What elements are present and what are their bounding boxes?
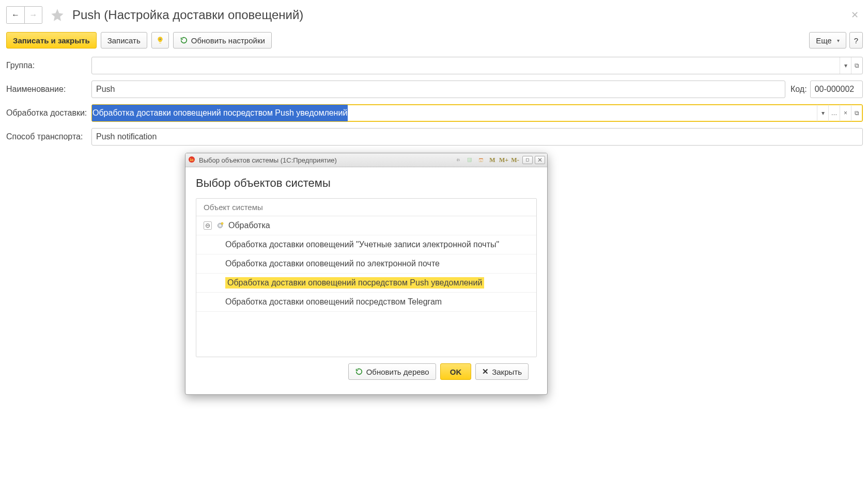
svg-rect-4 bbox=[458, 158, 459, 159]
save-button[interactable]: Записать bbox=[101, 32, 147, 49]
dialog-toolbar-m-button[interactable]: M bbox=[487, 155, 498, 165]
header-row: ← → Push (Настройка доставки оповещений)… bbox=[6, 5, 863, 25]
refresh-icon bbox=[180, 36, 188, 44]
transport-label: Способ транспорта: bbox=[6, 132, 91, 141]
dialog-toolbar-grid-icon[interactable] bbox=[464, 155, 475, 165]
name-input-field[interactable] bbox=[92, 81, 785, 98]
nav-buttons: ← → bbox=[6, 6, 42, 24]
more-label: Еще bbox=[816, 36, 832, 45]
tree-child-label: Обработка доставки оповещений "Учетные з… bbox=[225, 240, 499, 249]
chevron-down-icon: ▾ bbox=[837, 38, 840, 43]
tree-child-label: Обработка доставки оповещений посредство… bbox=[225, 277, 484, 289]
code-value[interactable]: 00-000002 bbox=[810, 81, 863, 98]
handler-open-button[interactable]: ⧉ bbox=[851, 105, 862, 121]
dialog-toolbar-mplus-button[interactable]: M+ bbox=[499, 155, 509, 165]
refresh-tree-label: Обновить дерево bbox=[366, 367, 429, 376]
group-dropdown-button[interactable]: ▾ bbox=[840, 57, 851, 74]
tree-parent-label: Обработка bbox=[228, 221, 270, 230]
more-button[interactable]: Еще ▾ bbox=[809, 32, 846, 49]
handler-value: Обработка доставки оповещений посредство… bbox=[92, 105, 348, 121]
svg-text:31: 31 bbox=[480, 159, 483, 162]
tree-collapse-icon[interactable]: ⊖ bbox=[204, 221, 212, 230]
svg-point-16 bbox=[219, 225, 221, 226]
handler-dropdown-button[interactable]: ▾ bbox=[817, 105, 828, 121]
favorite-star-button[interactable] bbox=[47, 5, 68, 25]
close-page-button[interactable]: ✕ bbox=[847, 7, 863, 23]
processor-icon bbox=[216, 221, 224, 230]
tree-row-parent[interactable]: ⊖ Обработка bbox=[196, 216, 536, 235]
transport-value: Push notification bbox=[92, 129, 862, 145]
handler-label: Обработка доставки: bbox=[6, 108, 91, 118]
svg-rect-6 bbox=[468, 158, 472, 162]
choose-object-dialog: 1c Выбор объектов системы (1С:Предприяти… bbox=[185, 153, 548, 395]
tree-row[interactable]: Обработка доставки оповещений "Учетные з… bbox=[196, 235, 536, 254]
transport-input[interactable]: Push notification bbox=[91, 128, 863, 146]
name-input[interactable] bbox=[91, 81, 785, 98]
save-and-close-button[interactable]: Записать и закрыть bbox=[6, 32, 97, 49]
page-title: Push (Настройка доставки оповещений) bbox=[72, 8, 303, 22]
ok-button[interactable]: OK bbox=[440, 363, 472, 380]
star-icon bbox=[50, 8, 65, 22]
handler-clear-button[interactable]: × bbox=[840, 105, 851, 121]
name-label: Наименование: bbox=[6, 85, 91, 94]
refresh-settings-label: Обновить настройки bbox=[191, 36, 265, 45]
refresh-icon bbox=[355, 367, 363, 376]
close-dialog-label: Закрыть bbox=[492, 367, 522, 376]
forward-button[interactable]: → bbox=[24, 7, 42, 23]
close-dialog-button[interactable]: ✕ Закрыть bbox=[475, 363, 529, 380]
dialog-heading: Выбор объектов системы bbox=[196, 177, 537, 190]
tree-child-label: Обработка доставки оповещений по электро… bbox=[225, 259, 440, 268]
app-logo-icon: 1c bbox=[188, 156, 196, 165]
tree-child-label: Обработка доставки оповещений посредство… bbox=[225, 297, 442, 307]
dialog-titlebar-text: Выбор объектов системы (1С:Предприятие) bbox=[199, 156, 337, 164]
refresh-settings-button[interactable]: Обновить настройки bbox=[173, 32, 272, 49]
group-label: Группа: bbox=[6, 61, 91, 70]
toolbar: Записать и закрыть Записать Обновить нас… bbox=[6, 32, 863, 49]
svg-text:1c: 1c bbox=[190, 157, 194, 161]
help-button[interactable]: ? bbox=[849, 32, 863, 49]
svg-rect-5 bbox=[458, 161, 459, 162]
group-input[interactable]: ▾ ⧉ bbox=[91, 57, 863, 74]
dialog-toolbar-print-icon[interactable] bbox=[453, 155, 463, 165]
handler-choose-button[interactable]: … bbox=[828, 105, 840, 121]
lightbulb-icon bbox=[156, 36, 164, 44]
svg-point-17 bbox=[221, 222, 223, 225]
dialog-toolbar-mminus-button[interactable]: M- bbox=[510, 155, 520, 165]
svg-point-0 bbox=[159, 39, 161, 40]
tree-column-header: Объект системы bbox=[196, 199, 536, 216]
tips-button[interactable] bbox=[151, 32, 169, 49]
dialog-footer: Обновить дерево OK ✕ Закрыть bbox=[196, 357, 537, 387]
close-icon: ✕ bbox=[482, 367, 489, 376]
svg-rect-14 bbox=[526, 159, 529, 162]
dialog-restore-button[interactable] bbox=[522, 156, 533, 164]
refresh-tree-button[interactable]: Обновить дерево bbox=[348, 363, 436, 380]
tree-row[interactable]: Обработка доставки оповещений по электро… bbox=[196, 254, 536, 274]
dialog-titlebar[interactable]: 1c Выбор объектов системы (1С:Предприяти… bbox=[185, 153, 547, 167]
code-label: Код: bbox=[791, 85, 807, 94]
tree-row-selected[interactable]: Обработка доставки оповещений посредство… bbox=[196, 274, 536, 293]
tree-row[interactable]: Обработка доставки оповещений посредство… bbox=[196, 293, 536, 312]
handler-input[interactable]: Обработка доставки оповещений посредство… bbox=[91, 104, 863, 122]
dialog-toolbar-calendar-icon[interactable]: 31 bbox=[476, 155, 486, 165]
back-button[interactable]: ← bbox=[7, 7, 24, 23]
dialog-close-button[interactable]: ✕ bbox=[535, 156, 545, 164]
group-open-button[interactable]: ⧉ bbox=[851, 57, 862, 74]
group-value bbox=[92, 57, 840, 74]
object-tree[interactable]: Объект системы ⊖ Обработка Обработка дос… bbox=[196, 198, 537, 357]
